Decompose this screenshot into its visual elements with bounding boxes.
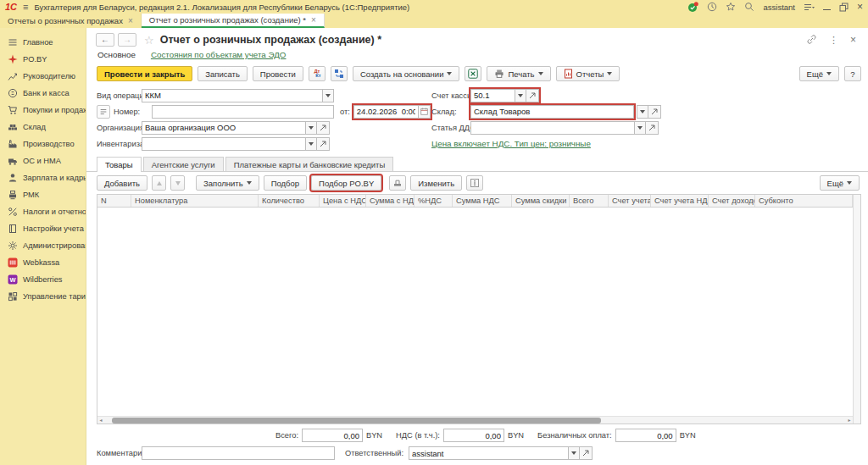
responsible-field[interactable] (409, 446, 568, 460)
post-and-close-button[interactable]: Провести и закрыть (97, 66, 192, 81)
nav-link-edo[interactable]: Состояния по объектам учета ЭДО (151, 50, 287, 59)
create-based-on-button[interactable]: Создать на основании (353, 66, 460, 81)
sidebar-item-book[interactable]: Настройки учета (0, 220, 86, 237)
sidebar-item-person[interactable]: Зарплата и кадры (0, 169, 86, 186)
move-up-button[interactable] (152, 175, 166, 191)
nav-item-main[interactable]: Основное (97, 50, 136, 59)
sidebar-item-factory[interactable]: Производство (0, 136, 86, 152)
number-field[interactable] (152, 105, 334, 119)
cash-account-field[interactable] (470, 89, 515, 102)
column-header[interactable]: Сумма НДС (453, 195, 512, 207)
organization-field[interactable] (142, 121, 305, 135)
warehouse-dropdown-button[interactable] (637, 105, 648, 119)
sidebar-item-chart[interactable]: Руководителю (0, 68, 86, 85)
search-icon[interactable] (744, 2, 754, 12)
print-button[interactable]: Печать (487, 66, 550, 81)
edit-row-button[interactable]: Изменить (410, 175, 462, 191)
responsible-dropdown-button[interactable] (568, 446, 580, 460)
back-button[interactable]: ← (96, 33, 114, 47)
column-header[interactable]: Счет учета (609, 195, 651, 207)
operation-dropdown-button[interactable] (322, 89, 334, 102)
fill-button[interactable]: Заполнить (196, 175, 259, 191)
organization-dropdown-button[interactable] (305, 121, 317, 135)
excel-export-button[interactable] (465, 66, 481, 81)
organization-open-button[interactable] (317, 121, 330, 135)
show-postings-button[interactable]: ДтКт (309, 66, 326, 81)
tab-agent-services[interactable]: Агентские услуги (143, 157, 224, 171)
dds-open-button[interactable] (646, 121, 659, 135)
price-includes-vat-link[interactable]: Цена включает НДС. Тип цен: розничные (431, 139, 591, 148)
date-calendar-button[interactable] (418, 105, 431, 119)
vertical-scrollbar[interactable] (853, 195, 860, 423)
favorite-star-icon[interactable]: ☆ (144, 34, 154, 47)
more-actions-icon[interactable]: ⋮ (829, 35, 838, 46)
column-header[interactable]: N (97, 195, 131, 207)
number-settings-button[interactable] (97, 105, 110, 119)
related-documents-button[interactable] (331, 66, 348, 81)
date-field[interactable] (353, 105, 418, 119)
sidebar-item-gear[interactable]: Администрирование (0, 237, 86, 254)
tab-close-icon[interactable]: × (311, 15, 316, 25)
comment-field[interactable] (142, 446, 335, 460)
notifications-icon[interactable] (687, 2, 698, 13)
forward-button[interactable]: → (118, 33, 136, 47)
sidebar-item-coin[interactable]: Банк и касса (0, 85, 86, 102)
dds-field[interactable] (470, 121, 634, 135)
service-menu-icon[interactable] (804, 3, 815, 12)
inventory-open-button[interactable] (317, 137, 330, 151)
get-link-icon[interactable] (806, 34, 817, 47)
tab-close-icon[interactable]: × (128, 16, 133, 25)
inventory-field[interactable] (142, 137, 305, 151)
operation-select[interactable] (142, 89, 322, 102)
column-header[interactable]: Счет учета НДС ... (651, 195, 709, 207)
column-header[interactable]: Сумма с НДС (366, 195, 415, 207)
scanner-button[interactable] (389, 175, 406, 191)
post-button[interactable]: Провести (253, 66, 303, 81)
warehouse-open-button[interactable] (648, 105, 661, 119)
sidebar-item-tariff[interactable]: Управление тарифом (0, 288, 86, 305)
current-user[interactable]: assistant (763, 3, 795, 12)
main-menu-icon[interactable]: ≡ (23, 3, 28, 12)
window-close-icon[interactable]: × (857, 2, 863, 12)
column-header[interactable]: Количество (259, 195, 320, 207)
sidebar-item-cart[interactable]: Покупки и продажи (0, 102, 86, 119)
scroll-left-icon[interactable]: ◂ (97, 417, 104, 424)
horizontal-scrollbar[interactable]: ◂ ▸ (97, 416, 853, 423)
sidebar-item-register[interactable]: РМК (0, 186, 86, 203)
sidebar-item-percent[interactable]: Налоги и отчетность (0, 203, 86, 220)
table-body[interactable] (97, 208, 853, 416)
column-header[interactable]: Цена с НДС (320, 195, 366, 207)
cash-account-dropdown-button[interactable] (515, 89, 526, 102)
close-document-icon[interactable]: × (850, 34, 856, 46)
favorites-star-icon[interactable] (726, 2, 736, 12)
pick-po-by-button[interactable]: Подбор PO.BY (311, 175, 381, 191)
column-header[interactable]: Всего (570, 195, 609, 207)
scrollbar-thumb[interactable] (112, 418, 602, 423)
list-settings-button[interactable] (466, 175, 483, 191)
sidebar-item-webkassa[interactable]: Webkassa (0, 254, 86, 271)
window-tab[interactable]: Отчет о розничных продажах (создание) *× (142, 14, 325, 28)
more-button[interactable]: Ещё (799, 66, 839, 81)
warehouse-field[interactable] (470, 105, 634, 119)
cash-account-open-button[interactable] (526, 89, 539, 102)
column-header[interactable]: Сумма скидки (512, 195, 570, 207)
inventory-dropdown-button[interactable] (305, 137, 317, 151)
help-button[interactable]: ? (844, 66, 861, 81)
column-header[interactable]: %НДС (415, 195, 453, 207)
dds-dropdown-button[interactable] (634, 121, 646, 135)
scroll-right-icon[interactable]: ▸ (846, 417, 853, 424)
sidebar-item-truck[interactable]: ОС и НМА (0, 152, 86, 169)
save-button[interactable]: Записать (198, 66, 248, 81)
tab-goods[interactable]: Товары (97, 157, 142, 172)
table-more-button[interactable]: Ещё (820, 175, 860, 191)
column-header[interactable]: Номенклатура (131, 195, 259, 207)
window-minimize-icon[interactable] (823, 4, 831, 10)
add-row-button[interactable]: Добавить (97, 175, 147, 191)
window-tab[interactable]: Отчеты о розничных продажах× (0, 14, 142, 28)
sidebar-item-warehouse[interactable]: Склад (0, 119, 86, 136)
sidebar-item-poby[interactable]: PO.BY (0, 51, 86, 68)
move-down-button[interactable] (170, 175, 185, 191)
column-header[interactable]: Субконто (755, 195, 853, 207)
window-restore-icon[interactable] (839, 3, 849, 12)
reports-button[interactable]: Отчеты (556, 66, 620, 81)
